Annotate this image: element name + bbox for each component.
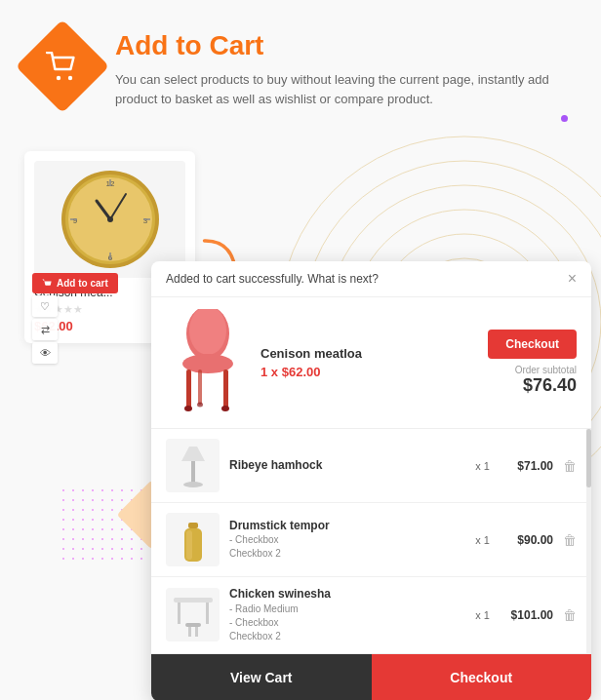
svg-text:3: 3	[142, 216, 147, 225]
wishlist-button[interactable]: ♡	[32, 295, 58, 317]
page-title: Add to Cart	[115, 29, 572, 62]
header: Add to Cart You can select products to b…	[29, 29, 572, 110]
cart-item-info-1: Ribeye hamhock	[229, 458, 465, 474]
cart-item-info-3: Chicken swinesha - Radio Medium- Checkbo…	[229, 587, 465, 643]
svg-rect-29	[223, 369, 228, 408]
cart-items-list: Ribeye hamhock x 1 $71.00 🗑 Drumstick te…	[151, 429, 591, 653]
cart-item-name-2: Drumstick tempor	[229, 519, 465, 534]
cart-item-variant-3: - Radio Medium- CheckboxCheckbox 2	[229, 603, 465, 643]
bottle-icon	[179, 515, 208, 565]
cart-btn-icon	[42, 279, 52, 289]
svg-point-8	[68, 76, 72, 80]
svg-marker-34	[181, 447, 205, 461]
popup-top-section: Cenison meatloa 1 x $62.00 Checkout Orde…	[151, 297, 591, 429]
cart-popup-modal: Added to cart successfully. What is next…	[151, 261, 591, 700]
view-cart-button[interactable]: View Cart	[151, 654, 372, 700]
svg-point-36	[183, 482, 203, 487]
svg-text:9: 9	[72, 216, 77, 225]
purple-dot-accent	[561, 115, 568, 122]
svg-rect-43	[185, 623, 201, 627]
cart-item-price-2: $90.00	[500, 533, 553, 547]
cart-item: Chicken swinesha - Radio Medium- Checkbo…	[151, 577, 591, 653]
svg-point-22	[107, 216, 113, 222]
lamp-icon	[174, 442, 213, 490]
svg-point-7	[57, 76, 60, 80]
scrollbar-thumb[interactable]	[586, 429, 591, 487]
cart-item-image-1	[166, 439, 220, 492]
popup-footer: View Cart Checkout	[151, 653, 591, 700]
popup-qty-price: 1 x $62.00	[260, 365, 476, 379]
clock-illustration: 12 3 6 9	[58, 167, 163, 272]
svg-rect-30	[198, 369, 202, 405]
product-image-area: 12 3 6 9 Add to cart ♡ ⇄ �	[34, 161, 185, 278]
cart-item-price-3: $101.00	[500, 608, 553, 622]
add-to-cart-button[interactable]: Add to cart	[32, 273, 118, 293]
order-subtotal-area: Order subtotal $76.40	[515, 365, 577, 396]
cart-item-name-1: Ribeye hamhock	[229, 458, 465, 474]
subtotal-label: Order subtotal	[515, 365, 577, 375]
cart-item: Ribeye hamhock x 1 $71.00 🗑	[151, 429, 591, 503]
cart-item-image-2	[166, 513, 220, 566]
cart-item-qty-3: x 1	[475, 609, 490, 621]
scrollbar-track[interactable]	[586, 429, 591, 653]
cart-icon	[46, 52, 79, 81]
svg-point-33	[197, 403, 203, 408]
footer-checkout-button[interactable]: Checkout	[372, 654, 592, 700]
popup-product-name: Cenison meatloa	[260, 346, 476, 361]
popup-product-info: Cenison meatloa 1 x $62.00	[260, 346, 476, 379]
top-checkout-button[interactable]: Checkout	[488, 330, 577, 359]
cart-item-name-3: Chicken swinesha	[229, 587, 465, 603]
cart-item-delete-1[interactable]: 🗑	[563, 458, 577, 474]
compare-button[interactable]: ⇄	[32, 319, 58, 340]
svg-rect-40	[174, 598, 213, 603]
svg-rect-45	[195, 627, 198, 637]
svg-rect-41	[178, 603, 180, 624]
svg-rect-28	[186, 369, 191, 408]
popup-top-right: Checkout Order subtotal $76.40	[488, 330, 577, 396]
cart-item-info-2: Drumstick tempor - CheckboxCheckbox 2	[229, 519, 465, 562]
cart-item: Drumstick tempor - CheckboxCheckbox 2 x …	[151, 503, 591, 577]
cart-item-delete-2[interactable]: 🗑	[563, 532, 577, 548]
cart-item-qty-2: x 1	[475, 534, 490, 546]
svg-rect-44	[188, 627, 191, 637]
product-price-highlight: $62.00	[282, 365, 321, 379]
cart-icon-diamond	[16, 19, 109, 113]
header-text: Add to Cart You can select products to b…	[115, 29, 572, 110]
qty-label: 1 x	[260, 365, 278, 379]
subtotal-value: $76.40	[515, 375, 577, 396]
product-action-buttons: ♡ ⇄ 👁	[32, 295, 58, 364]
cart-item-price-1: $71.00	[500, 459, 553, 473]
furniture-icon	[170, 590, 217, 641]
popup-header-text: Added to cart successfully. What is next…	[166, 272, 379, 286]
quickview-button[interactable]: 👁	[32, 342, 58, 364]
svg-rect-39	[186, 530, 192, 560]
svg-rect-42	[206, 603, 209, 624]
add-to-cart-label: Add to cart	[57, 278, 108, 289]
svg-rect-37	[188, 523, 198, 528]
featured-product-image	[166, 309, 249, 416]
cart-item-qty-1: x 1	[475, 460, 490, 472]
popup-close-button[interactable]: ×	[568, 271, 577, 287]
popup-header: Added to cart successfully. What is next…	[151, 261, 591, 297]
cart-item-image-3	[166, 588, 220, 642]
cart-item-delete-3[interactable]: 🗑	[563, 607, 577, 623]
svg-point-31	[184, 406, 192, 411]
chair-illustration	[171, 309, 244, 416]
svg-rect-35	[191, 461, 195, 483]
svg-point-32	[221, 406, 229, 411]
header-description: You can select products to buy without l…	[115, 70, 572, 111]
cart-item-variant-2: - CheckboxCheckbox 2	[229, 533, 465, 561]
